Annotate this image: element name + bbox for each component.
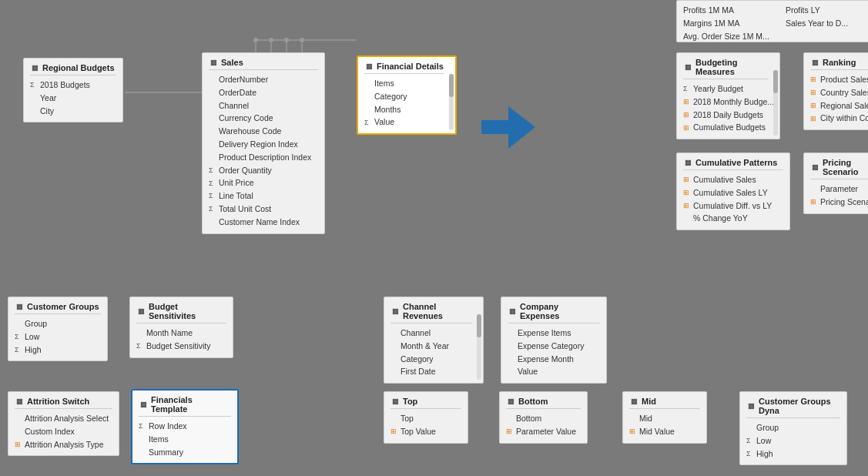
table-card-financials_template[interactable]: ▦Financials TemplateΣRow IndexItemsSumma…	[131, 389, 239, 464]
table-card-financial_details[interactable]: ▦Financial DetailsItemsCategoryMonthsΣVa…	[357, 55, 457, 135]
field-label: Expense Category	[518, 340, 584, 353]
measure-icon: ⊞	[810, 113, 818, 124]
measure-icon: ⊞	[683, 174, 691, 185]
field-label: Delivery Region Index	[219, 138, 298, 151]
scrollbar[interactable]	[449, 74, 454, 130]
field-row: Customer Name Index	[209, 216, 318, 229]
field-label: Mid	[639, 412, 652, 425]
field-row: ΣLow	[15, 330, 101, 344]
field-label: Attrition Analysis Select	[25, 412, 109, 425]
field-row: ΣBudget Sensitivity	[136, 340, 226, 353]
field-row: Sales Year to D...	[786, 17, 868, 30]
field-label: Low	[25, 330, 39, 344]
table-title: Mid	[642, 397, 656, 406]
table-header-financial_details: ▦Financial Details	[364, 62, 444, 74]
field-row: ΣLow	[746, 434, 840, 448]
blue-arrow	[481, 106, 535, 150]
scrollbar[interactable]	[477, 314, 481, 380]
scrollbar-thumb	[449, 74, 454, 97]
field-row: ⊞Top Value	[390, 425, 461, 438]
field-row: ΣYearly Budget	[683, 82, 769, 96]
field-row: ⊞Product Sales R...	[810, 73, 868, 86]
table-card-channel_revenues[interactable]: ▦Channel RevenuesChannelMonth & YearCate…	[384, 297, 484, 384]
field-label: Month & Year	[400, 340, 449, 353]
table-title: Customer Groups Dyna	[759, 397, 840, 415]
field-row: Warehouse Code	[209, 125, 318, 138]
sigma-icon: Σ	[209, 190, 216, 201]
sigma-icon: Σ	[746, 435, 754, 446]
table-card-budget_sensitivites[interactable]: ▦Budget SensitivitesMonth NameΣBudget Se…	[129, 297, 233, 358]
field-label: Items	[374, 77, 394, 90]
table-margins-partial: Profits 1M MA Margins 1M MA Avg. Order S…	[676, 0, 868, 42]
table-card-bottom[interactable]: ▦BottomBottom⊞Parameter Value	[499, 391, 588, 444]
table-icon: ▦	[683, 158, 692, 167]
field-row: Months	[364, 103, 444, 116]
table-icon: ▦	[364, 62, 374, 71]
field-label: Summary	[149, 446, 183, 459]
field-row: ΣRow Index	[139, 420, 231, 433]
field-label: High	[756, 448, 773, 461]
table-title: Sales	[221, 58, 243, 67]
table-title: Financials Template	[151, 395, 231, 414]
table-title: Attrition Switch	[27, 397, 89, 406]
sigma-icon: Σ	[364, 117, 372, 128]
table-card-company_expenses[interactable]: ▦Company ExpensesExpense ItemsExpense Ca…	[501, 297, 607, 384]
sigma-icon: Σ	[746, 448, 754, 459]
scrollbar[interactable]	[773, 70, 778, 136]
field-row: Group	[746, 421, 840, 434]
field-row: Parameter	[810, 183, 868, 196]
table-card-cumulative_patterns[interactable]: ▦Cumulative Patterns⊞Cumulative Sales⊞Cu…	[676, 153, 790, 230]
field-label: Expense Items	[518, 327, 571, 340]
field-label: Top Value	[400, 425, 436, 438]
field-row: OrderNumber	[209, 73, 318, 86]
table-card-ranking[interactable]: ▦Ranking⊞Product Sales R...⊞Country Sale…	[803, 52, 868, 130]
table-icon: ▦	[15, 397, 24, 406]
sigma-icon: Σ	[136, 340, 144, 351]
table-icon: ▦	[390, 397, 400, 406]
table-card-sales[interactable]: ▦SalesOrderNumberOrderDateChannelCurrenc…	[202, 52, 325, 234]
field-label: Custom Index	[25, 425, 75, 438]
measure-icon: ⊞	[15, 439, 22, 450]
sigma-icon: Σ	[209, 165, 216, 176]
field-label: Mid Value	[639, 425, 675, 438]
measure-icon: ⊞	[390, 426, 398, 437]
field-row: ΣOrder Quantity	[209, 164, 318, 177]
table-card-regional_budgets[interactable]: ▦Regional BudgetsΣ2018 BudgetsYearCity	[23, 58, 123, 122]
field-row: ΣValue	[364, 116, 444, 129]
field-label: Product Sales R...	[820, 73, 868, 86]
table-card-top[interactable]: ▦TopTop⊞Top Value	[384, 391, 468, 444]
field-label: Group	[25, 317, 47, 330]
field-row: ⊞2018 Daily Budgets	[683, 109, 769, 122]
field-row: Channel	[209, 99, 318, 112]
table-icon: ▦	[139, 400, 148, 409]
field-label: Top	[400, 412, 414, 425]
table-icon: ▦	[136, 307, 146, 316]
table-icon: ▦	[810, 58, 819, 67]
table-card-customer_groups[interactable]: ▦Customer GroupsGroupΣLowΣHigh	[8, 297, 108, 361]
field-label: Currency Code	[219, 112, 273, 125]
table-card-attrition_switch[interactable]: ▦Attrition SwitchAttrition Analysis Sele…	[8, 391, 119, 456]
field-row: First Date	[390, 365, 472, 378]
field-row: Category	[390, 353, 472, 366]
scrollbar-thumb	[773, 70, 778, 93]
table-card-mid[interactable]: ▦MidMid⊞Mid Value	[622, 391, 707, 444]
table-header-channel_revenues: ▦Channel Revenues	[390, 302, 472, 323]
table-card-customer_groups_dyna[interactable]: ▦Customer Groups DynaGroupΣLowΣHigh	[739, 391, 847, 465]
field-row: ⊞Cumulative Sales LY	[683, 186, 783, 199]
field-label: Regional Sales ...	[820, 99, 868, 112]
table-card-budgeting_measures[interactable]: ▦Budgeting MeasuresΣYearly Budget⊞2018 M…	[676, 52, 780, 139]
field-row: Delivery Region Index	[209, 138, 318, 151]
table-title: Channel Revenues	[403, 302, 472, 320]
svg-point-7	[284, 38, 289, 42]
table-header-customer_groups_dyna: ▦Customer Groups Dyna	[746, 397, 840, 418]
svg-point-6	[269, 38, 273, 42]
measure-icon: ⊞	[629, 426, 637, 437]
table-card-pricing_scenario[interactable]: ▦Pricing ScenarioParameter⊞Pricing Scena…	[803, 153, 868, 214]
table-icon: ▦	[810, 163, 819, 172]
table-title: Budgeting Measures	[695, 58, 769, 76]
field-row: Bottom	[506, 412, 581, 425]
field-label: Parameter	[820, 183, 858, 196]
table-header-customer_groups: ▦Customer Groups	[15, 302, 101, 314]
field-label: Cumulative Diff. vs LY	[693, 199, 772, 213]
field-label: % Change YoY	[693, 212, 748, 225]
